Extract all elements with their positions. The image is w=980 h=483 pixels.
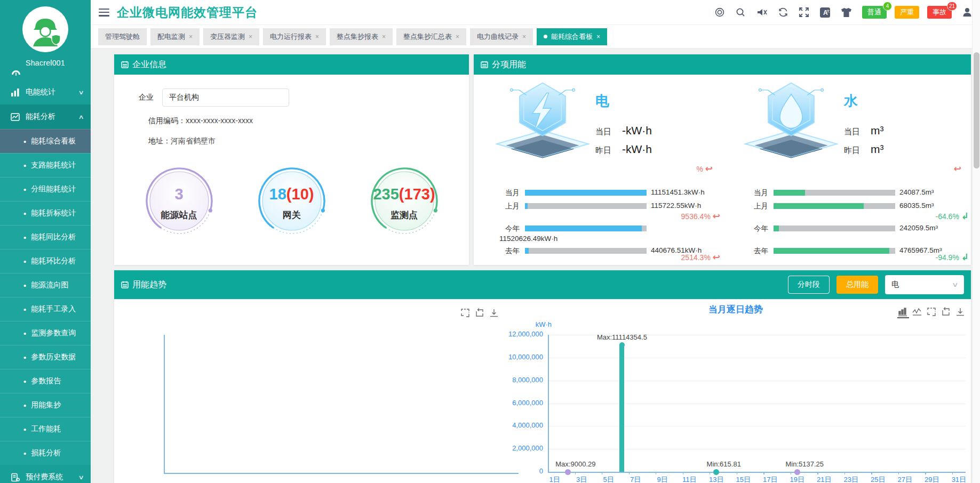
electric-section: 电 当日 -kW·h 昨日 -kW·h % ↩: [474, 75, 722, 265]
enterprise-input[interactable]: [162, 88, 289, 107]
bar-label: 今年: [722, 224, 768, 234]
sidebar-item-监测参数查询[interactable]: •监测参数查询: [0, 321, 91, 345]
refresh-icon[interactable]: [778, 7, 788, 18]
sidebar-item-能耗手工录入[interactable]: •能耗手工录入: [0, 297, 91, 321]
sidebar-item-电能统计[interactable]: 电能统计∨: [0, 80, 91, 104]
bar-label: 当月: [474, 188, 520, 198]
active-tab-dot-icon: [544, 35, 547, 38]
address-line: 地址：河南省鹤壁市: [148, 136, 216, 146]
tool-download-icon[interactable]: [489, 308, 500, 319]
markpoint-label: Min:5137.25: [785, 460, 824, 468]
sidebar-item-参数历史数据[interactable]: •参数历史数据: [0, 345, 91, 369]
fullscreen-icon[interactable]: [799, 7, 809, 18]
today-row: 当日 m³: [844, 124, 884, 137]
alarm-button-严重[interactable]: 严重: [895, 6, 919, 19]
tool-line-chart-icon[interactable]: [912, 307, 923, 318]
bar-track: [525, 203, 647, 209]
app-title: 企业微电网能效管理平台: [117, 4, 258, 21]
tab-整点集抄汇总表[interactable]: 整点集抄汇总表×: [396, 28, 466, 45]
search-icon[interactable]: [735, 7, 746, 18]
x-tick-label: 17日: [760, 475, 781, 483]
tab-管理驾驶舱[interactable]: 管理驾驶舱: [98, 28, 147, 45]
x-tick: [898, 472, 899, 474]
tool-zoom-icon[interactable]: [460, 308, 472, 319]
tab-电力曲线记录[interactable]: 电力曲线记录×: [470, 28, 533, 45]
tool-restore-icon[interactable]: [474, 308, 486, 319]
translate-icon[interactable]: A文: [819, 7, 831, 18]
tab-close-icon[interactable]: ×: [456, 33, 459, 41]
bar-value: 68035.5m³: [899, 202, 934, 210]
page-scrollbar[interactable]: [972, 0, 980, 483]
sidebar-item-partial[interactable]: [0, 69, 91, 80]
chart-bar[interactable]: [619, 345, 624, 472]
x-tick: [763, 472, 764, 474]
y-tick-label: 4,000,000: [473, 421, 543, 429]
tab-close-icon[interactable]: ×: [596, 33, 600, 41]
markpoint-label: Min:615.81: [707, 460, 741, 468]
tab-close-icon[interactable]: ×: [189, 33, 193, 41]
sidebar-item-参数报告[interactable]: •参数报告: [0, 369, 91, 393]
x-tick-label: 27日: [894, 475, 915, 483]
scrollbar-thumb[interactable]: [974, 52, 979, 168]
day-compare-percent: ↩: [954, 163, 961, 174]
panel-header: 企业信息: [114, 54, 469, 75]
sidebar-item-用能集抄[interactable]: •用能集抄: [0, 393, 91, 417]
tab-close-icon[interactable]: ×: [382, 33, 386, 41]
panel-title-icon: [121, 61, 129, 68]
bullet-icon: •: [23, 401, 26, 410]
tool-bar-chart-icon[interactable]: [897, 307, 909, 318]
tab-close-icon[interactable]: ×: [315, 33, 319, 41]
tab-变压器监测[interactable]: 变压器监测×: [203, 28, 259, 45]
bar-track: [774, 190, 895, 196]
tab-配电监测[interactable]: 配电监测×: [150, 28, 200, 45]
sidebar-item-能源流向图[interactable]: •能源流向图: [0, 273, 91, 297]
tab-close-icon[interactable]: ×: [522, 33, 526, 41]
avatar[interactable]: [0, 0, 91, 55]
theme-shirt-icon[interactable]: [841, 7, 852, 18]
chevron-down-icon: ∨: [78, 474, 84, 481]
sidebar-item-工作能耗[interactable]: •工作能耗: [0, 417, 91, 441]
sidebar-item-分组能耗统计[interactable]: •分组能耗统计: [0, 177, 91, 201]
target-icon[interactable]: [714, 7, 725, 18]
electric-bars: 当月11151451.3kW·h上月115722.55kW·h今年1152062…: [474, 183, 722, 263]
sidebar-item-能耗综合看板[interactable]: •能耗综合看板: [0, 129, 91, 153]
bar-fill: [525, 190, 647, 196]
y-tick-label: 2,000,000: [473, 444, 543, 452]
sidebar-item-损耗分析[interactable]: •损耗分析: [0, 441, 91, 465]
y-axis-unit: kW·h: [498, 320, 552, 328]
year-compare-percent: -94.9% ↲: [936, 252, 969, 263]
bar-row-今年: 今年242059.5m³: [722, 223, 971, 233]
y-tick-label: 6,000,000: [473, 399, 543, 407]
x-tick-label: 5日: [598, 475, 619, 483]
sidebar-item-能耗分析[interactable]: 能耗分析∧: [0, 104, 91, 129]
alarm-button-事故[interactable]: 事故21: [927, 6, 952, 19]
sidebar-item-能耗环比分析[interactable]: •能耗环比分析: [0, 249, 91, 273]
tool-zoom-icon[interactable]: [926, 307, 938, 318]
sidebar-item-支路能耗统计[interactable]: •支路能耗统计: [0, 153, 91, 177]
prepaid-card-icon: [11, 473, 20, 482]
alarm-button-普通[interactable]: 普通4: [862, 6, 887, 19]
sidebar-item-能耗同比分析[interactable]: •能耗同比分析: [0, 225, 91, 249]
segment-button[interactable]: 分时段: [788, 276, 830, 294]
tab-电力运行报表[interactable]: 电力运行报表×: [263, 28, 326, 45]
user-icon[interactable]: [962, 7, 973, 18]
panel-title: 企业信息: [132, 59, 166, 70]
left-chart-y-axis: [164, 335, 165, 473]
year-compare-percent: 2514.3% ↩: [681, 252, 720, 263]
x-tick: [844, 472, 845, 474]
tool-download-icon[interactable]: [955, 307, 967, 318]
energy-type-select[interactable]: 电∨: [885, 275, 964, 294]
total-energy-button[interactable]: 总用能: [836, 276, 878, 294]
tab-能耗综合看板[interactable]: 能耗综合看板×: [537, 28, 607, 45]
sidebar-item-能耗折标统计[interactable]: •能耗折标统计: [0, 201, 91, 225]
menu-collapse-icon[interactable]: [99, 9, 109, 17]
sidebar-item-预付费系统[interactable]: 预付费系统∨: [0, 465, 91, 483]
bullet-icon: •: [23, 161, 26, 170]
tab-整点集抄报表[interactable]: 整点集抄报表×: [330, 28, 393, 45]
tool-restore-icon[interactable]: [941, 307, 952, 318]
x-tick-label: 11日: [679, 475, 700, 483]
tab-close-icon[interactable]: ×: [249, 33, 252, 41]
stat-circle-监测点: 235(173)监测点: [370, 166, 439, 236]
mute-icon[interactable]: [756, 7, 768, 18]
month-compare-percent: 9536.4% ↩: [681, 211, 720, 222]
